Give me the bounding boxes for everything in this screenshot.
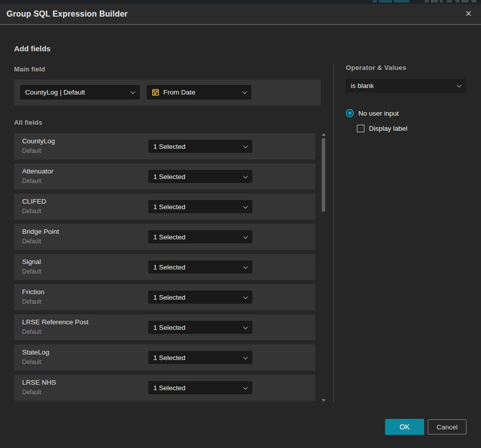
field-row: LRSE NHS Default 1 Selected: [14, 375, 315, 401]
app-strip-fragment: [471, 0, 476, 3]
operator-select-value: is blank: [351, 82, 453, 89]
app-strip-fragment: [461, 0, 468, 3]
field-selection-value: 1 Selected: [153, 143, 240, 150]
chevron-down-icon: [243, 294, 248, 299]
field-name: LRSE NHS: [22, 379, 56, 386]
field-row: Attenuator Default 1 Selected: [14, 163, 315, 190]
field-row: Signal Default 1 Selected: [14, 254, 315, 280]
field-selection-value: 1 Selected: [153, 203, 240, 211]
all-fields-list: CountyLog Default 1 Selected Attenuator …: [14, 133, 315, 405]
chevron-down-icon: [242, 89, 247, 94]
main-field-select[interactable]: From Date: [147, 85, 251, 100]
chevron-down-icon: [243, 264, 248, 269]
field-selection-value: 1 Selected: [153, 263, 240, 271]
field-name: LRSE Reference Post: [22, 318, 88, 326]
field-sublabel: Default: [22, 238, 41, 245]
close-icon[interactable]: ✕: [460, 6, 477, 23]
field-sublabel: Default: [22, 359, 41, 366]
field-selection-select[interactable]: 1 Selected: [148, 291, 252, 304]
field-sublabel: Default: [22, 328, 41, 335]
field-sublabel: Default: [22, 147, 41, 154]
cancel-button[interactable]: Cancel: [428, 419, 466, 434]
no-user-input-option[interactable]: No user input: [346, 109, 399, 117]
field-name: CountyLog: [22, 137, 55, 145]
chevron-down-icon: [457, 82, 462, 87]
field-sublabel: Default: [22, 177, 41, 185]
main-field-label: Main field: [14, 65, 45, 73]
background-app-strip: [0, 0, 481, 4]
field-name: Attenuator: [22, 167, 53, 175]
field-selection-select[interactable]: 1 Selected: [148, 351, 252, 364]
field-row: StateLog Default 1 Selected: [14, 344, 315, 371]
app-strip-fragment: [447, 0, 452, 3]
display-label-text: Display label: [369, 125, 408, 132]
main-field-panel: CountyLog | Default From Date: [14, 79, 321, 106]
scroll-up-icon[interactable]: [322, 133, 326, 136]
field-name: Friction: [22, 288, 44, 296]
layer-select[interactable]: CountyLog | Default: [20, 85, 140, 100]
chevron-down-icon: [131, 89, 136, 94]
field-selection-value: 1 Selected: [153, 173, 240, 181]
field-selection-value: 1 Selected: [153, 233, 240, 241]
app-strip-fragment: [425, 0, 429, 3]
field-sublabel: Default: [22, 389, 41, 396]
field-row: Friction Default 1 Selected: [14, 284, 315, 310]
app-strip-fragment: [455, 0, 459, 3]
fields-scrollbar[interactable]: [321, 132, 326, 403]
field-name: StateLog: [22, 348, 49, 356]
field-row: Bridge Point Default 1 Selected: [14, 224, 315, 250]
scrollbar-thumb[interactable]: [322, 138, 325, 212]
field-name: CLIFED: [22, 198, 46, 205]
operator-values-label: Operator & Values: [346, 64, 466, 71]
field-selection-value: 1 Selected: [153, 354, 240, 362]
dialog-titlebar: Group SQL Expression Builder ✕: [0, 4, 481, 25]
field-selection-value: 1 Selected: [153, 294, 240, 301]
calendar-icon: [152, 88, 159, 96]
main-field-select-value: From Date: [163, 88, 239, 96]
field-name: Signal: [22, 258, 41, 265]
field-selection-select[interactable]: 1 Selected: [148, 200, 252, 213]
operator-select[interactable]: is blank: [346, 79, 466, 93]
field-selection-value: 1 Selected: [153, 384, 240, 392]
operator-values-panel: Operator & Values is blank No user input…: [346, 64, 466, 71]
field-selection-select[interactable]: 1 Selected: [148, 230, 252, 243]
field-row: LRSE Reference Post Default 1 Selected: [14, 314, 315, 340]
display-label-option[interactable]: Display label: [357, 125, 408, 132]
field-selection-select[interactable]: 1 Selected: [148, 140, 252, 153]
field-row: CLIFED Default 1 Selected: [14, 194, 315, 220]
radio-selected-icon[interactable]: [346, 109, 354, 117]
scroll-down-icon[interactable]: [322, 399, 326, 402]
field-row: CountyLog Default 1 Selected: [14, 133, 315, 159]
panel-divider: [333, 64, 334, 402]
ok-button[interactable]: OK: [385, 419, 424, 435]
app-strip-fragment: [379, 0, 392, 3]
field-sublabel: Default: [22, 268, 41, 275]
expression-builder-dialog: Group SQL Expression Builder ✕ Add field…: [0, 0, 481, 448]
dialog-title: Group SQL Expression Builder: [0, 10, 128, 19]
chevron-down-icon: [243, 354, 248, 360]
field-selection-value: 1 Selected: [153, 324, 240, 331]
field-selection-select[interactable]: 1 Selected: [148, 260, 252, 274]
app-strip-fragment: [373, 0, 377, 3]
field-selection-select[interactable]: 1 Selected: [148, 321, 252, 334]
field-sublabel: Default: [22, 298, 41, 305]
checkbox-unchecked-icon[interactable]: [357, 125, 364, 132]
field-selection-select[interactable]: 1 Selected: [148, 381, 252, 394]
chevron-down-icon: [243, 385, 248, 390]
field-sublabel: Default: [22, 208, 41, 215]
app-strip-fragment: [440, 0, 443, 3]
add-fields-heading: Add fields: [14, 44, 51, 53]
chevron-down-icon: [243, 173, 248, 178]
chevron-down-icon: [243, 234, 248, 239]
chevron-down-icon: [243, 324, 248, 329]
field-name: Bridge Point: [22, 228, 59, 235]
chevron-down-icon: [243, 204, 248, 209]
all-fields-label: All fields: [14, 119, 42, 126]
no-user-input-label: No user input: [358, 110, 399, 117]
chevron-down-icon: [243, 143, 248, 148]
field-selection-select[interactable]: 1 Selected: [148, 170, 252, 183]
app-strip-fragment: [394, 0, 409, 3]
layer-select-value: CountyLog | Default: [25, 88, 127, 96]
app-strip-fragment: [431, 0, 438, 3]
